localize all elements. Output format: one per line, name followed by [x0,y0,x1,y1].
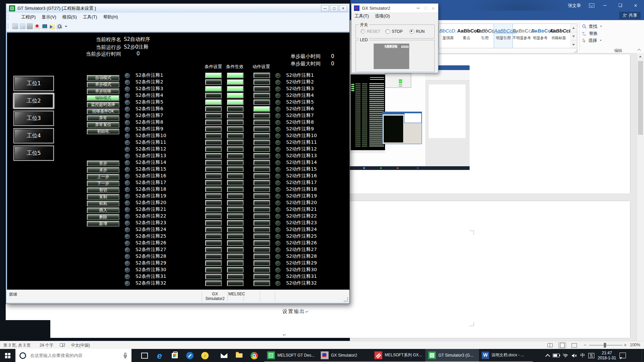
menu-tools[interactable]: 工具(T) [80,14,100,20]
clock[interactable]: 21:47 2018-1-31 [598,351,616,361]
gallery-down-button[interactable] [570,32,577,41]
menu-tool[interactable]: 工具(T) [352,13,372,19]
condition-set-indicator[interactable] [205,281,222,286]
condition-set-indicator[interactable] [205,100,222,105]
action-set-indicator[interactable] [254,260,270,266]
style-gallery-item[interactable]: AaBbCcD 要点 [457,24,476,48]
gx-maximize-button[interactable]: □ [424,5,427,11]
show-desktop-button[interactable] [642,349,644,362]
word-minimize-button[interactable]: ─ [600,3,609,8]
action-set-indicator[interactable] [254,126,270,132]
gt-title-bar[interactable]: GT Simulator3 (GT27) [工程标题未设置 ] ─ □ × [6,4,349,13]
condition-active-indicator[interactable] [227,86,244,92]
word-account-name[interactable]: 张文举 [568,3,581,9]
condition-active-indicator[interactable] [227,207,244,212]
share-button[interactable]: 共享 [619,12,641,19]
condition-set-indicator[interactable] [205,200,222,205]
word-restore-button[interactable]: ❏ [616,3,625,8]
language-status[interactable]: 中文(中国) [71,343,90,348]
scrollbar-thumb[interactable] [638,61,643,135]
action-set-indicator[interactable] [254,153,270,159]
action-set-indicator[interactable] [254,86,270,92]
action-set-indicator[interactable] [254,120,270,125]
condition-active-indicator[interactable] [227,281,244,286]
gx-minimize-button[interactable]: ─ [417,5,420,11]
gt-minimize-button[interactable]: ─ [321,5,329,12]
action-set-indicator[interactable] [254,214,270,219]
volume-muted-icon[interactable] [572,353,577,358]
condition-active-indicator[interactable] [227,106,244,112]
condition-active-indicator[interactable] [227,133,244,138]
gallery-up-button[interactable] [570,24,577,32]
action-set-indicator[interactable] [254,79,270,85]
condition-active-indicator[interactable] [227,267,244,273]
radio-stop[interactable]: STOP [385,29,402,34]
ribbon-display-options-icon[interactable] [589,3,594,8]
word-close-button[interactable]: × [631,3,640,9]
print-layout-button[interactable] [558,342,566,348]
condition-set-indicator[interactable] [205,93,222,98]
action-center-icon[interactable] [620,353,626,358]
condition-active-indicator[interactable] [227,126,244,132]
condition-active-indicator[interactable] [227,180,244,185]
condition-set-indicator[interactable] [205,260,222,266]
action-set-indicator[interactable] [254,180,270,185]
condition-set-indicator[interactable] [205,274,222,279]
page-number-status[interactable]: 第 3 页, 共 3 页 [3,343,31,348]
toolbar-icon[interactable] [49,23,55,29]
taskbar-app-button[interactable]: MELSOFT系列 GX... [372,349,425,362]
style-gallery-item[interactable]: AaBbCcD. 引用 [476,24,494,48]
battery-icon[interactable] [553,354,559,357]
gx-title-bar[interactable]: GX Simulator2 ─ □ × [352,4,438,13]
action-set-indicator[interactable] [254,167,270,172]
action-set-indicator[interactable] [254,240,270,246]
action-set-indicator[interactable] [254,160,270,165]
condition-set-indicator[interactable] [205,214,222,219]
condition-set-indicator[interactable] [205,180,222,185]
condition-set-indicator[interactable] [205,113,222,118]
style-gallery-item[interactable]: AaBbCcDi 不明显参考 [513,24,531,48]
condition-active-indicator[interactable] [227,214,244,219]
radio-run[interactable]: RUN [410,29,425,34]
condition-set-indicator[interactable] [205,227,222,232]
condition-active-indicator[interactable] [227,260,244,266]
action-set-indicator[interactable] [254,207,270,212]
condition-active-indicator[interactable] [227,140,244,145]
menu-view[interactable]: 显示(V) [39,14,59,20]
gallery-more-button[interactable] [570,41,577,49]
condition-set-indicator[interactable] [205,79,222,85]
taskbar-app-button[interactable]: GT Simulator3 (G... [425,349,479,362]
menu-project[interactable]: 工程(P) [18,14,39,20]
condition-set-indicator[interactable] [205,167,222,172]
action-set-indicator[interactable] [254,73,270,78]
document-scrollbar[interactable] [637,53,644,341]
taskbar-app-button[interactable]: MELSOFT GT Des... [264,349,318,362]
style-gallery-item[interactable]: AaBbCcDi 明显参考 [531,24,549,48]
file-explorer-icon[interactable] [231,349,247,362]
gx-close-button[interactable]: × [432,5,435,11]
condition-active-indicator[interactable] [227,234,244,239]
condition-set-indicator[interactable] [205,146,222,152]
web-layout-button[interactable] [570,342,578,348]
condition-set-indicator[interactable] [205,267,222,273]
taskbar-search[interactable] [15,349,131,362]
find-button[interactable]: 查找 [582,23,644,30]
condition-set-indicator[interactable] [205,220,222,226]
action-set-indicator[interactable] [254,113,270,118]
condition-set-indicator[interactable] [205,240,222,246]
condition-active-indicator[interactable] [227,240,244,246]
condition-active-indicator[interactable] [227,79,244,85]
action-set-indicator[interactable] [254,146,270,152]
radio-reset[interactable]: RESET [361,29,380,34]
condition-set-indicator[interactable] [205,254,222,259]
action-set-indicator[interactable] [254,200,270,205]
condition-set-indicator[interactable] [205,187,222,192]
condition-set-indicator[interactable] [205,140,222,145]
action-set-indicator[interactable] [254,140,270,145]
action-set-indicator[interactable] [254,93,270,98]
menu-help[interactable]: 帮助(H) [100,14,121,20]
condition-set-indicator[interactable] [205,120,222,125]
action-set-indicator[interactable] [254,247,270,252]
toolbar-icon[interactable] [12,23,18,29]
condition-active-indicator[interactable] [227,153,244,159]
